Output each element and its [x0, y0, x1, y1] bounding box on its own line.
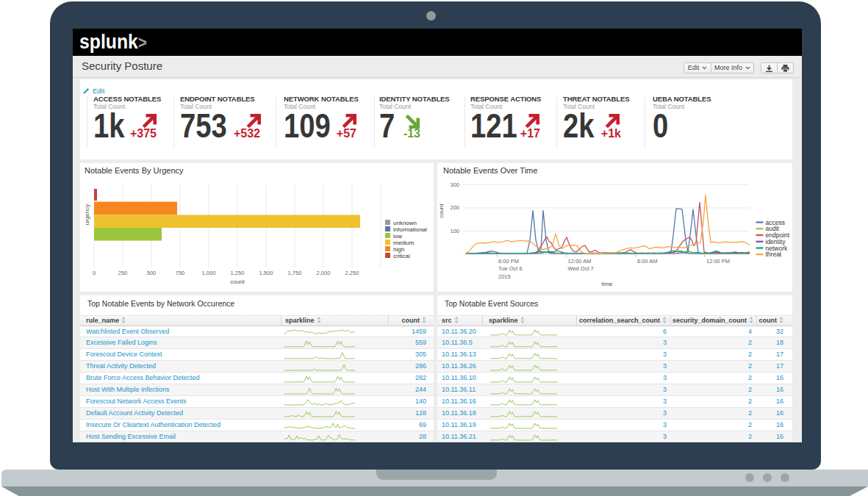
- svg-text:250: 250: [118, 270, 128, 276]
- svg-text:critical: critical: [393, 253, 410, 259]
- svg-text:1,750: 1,750: [288, 270, 302, 276]
- svg-text:count: count: [230, 278, 245, 285]
- svg-text:1,500: 1,500: [259, 270, 273, 276]
- svg-text:750: 750: [176, 270, 185, 276]
- svg-text:200: 200: [450, 204, 459, 211]
- svg-text:2,000: 2,000: [317, 270, 331, 276]
- svg-text:2015: 2015: [498, 273, 511, 280]
- svg-text:Wed Oct 7: Wed Oct 7: [568, 265, 594, 272]
- svg-text:urgency: urgency: [84, 204, 90, 225]
- svg-text:Tue Oct 6: Tue Oct 6: [498, 265, 523, 272]
- svg-text:12:00 AM: 12:00 AM: [568, 258, 592, 265]
- svg-text:12:00 PM: 12:00 PM: [706, 258, 730, 265]
- svg-text:300: 300: [450, 181, 459, 188]
- svg-text:100: 100: [450, 228, 459, 234]
- svg-text:6:00 PM: 6:00 PM: [498, 258, 519, 265]
- svg-text:high: high: [393, 246, 404, 253]
- svg-text:1,000: 1,000: [202, 270, 216, 276]
- svg-text:count: count: [438, 203, 445, 218]
- svg-text:unknown: unknown: [393, 220, 417, 226]
- svg-text:time: time: [601, 281, 613, 287]
- svg-text:informational: informational: [393, 226, 427, 233]
- svg-text:1,250: 1,250: [231, 270, 245, 276]
- svg-text:2,250: 2,250: [345, 270, 359, 276]
- svg-text:threat: threat: [766, 251, 782, 258]
- svg-text:6:00 AM: 6:00 AM: [637, 258, 658, 265]
- svg-text:500: 500: [147, 270, 157, 276]
- svg-text:medium: medium: [393, 240, 415, 246]
- svg-text:low: low: [393, 233, 402, 240]
- svg-text:0: 0: [93, 270, 96, 276]
